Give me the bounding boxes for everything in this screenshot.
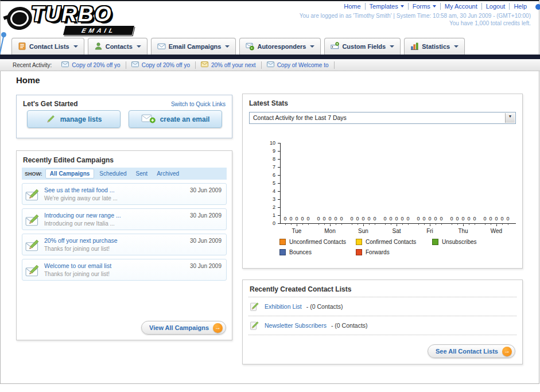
y-tick	[278, 151, 280, 152]
selected-option: Contact Activity for the Last 7 Days	[253, 114, 347, 121]
view-all-campaigns-button[interactable]: View All Campaigns	[141, 321, 226, 335]
legend-swatch	[356, 249, 362, 255]
contact-list-link[interactable]: Exhibition List	[265, 303, 302, 310]
y-tick	[278, 215, 280, 216]
value-tick	[485, 224, 485, 225]
value-tick	[369, 224, 370, 225]
contact-list-count: - (0 Contacts)	[331, 322, 368, 329]
x-axis-label: Thu	[449, 228, 477, 234]
nav-forms[interactable]: Forms	[409, 3, 441, 10]
y-tick	[278, 199, 280, 200]
switch-quick-links-link[interactable]: Switch to Quick Links	[171, 101, 226, 107]
tab-custom-fields[interactable]: Custom Fields	[324, 38, 401, 55]
tab-contacts[interactable]: Contacts	[88, 38, 147, 55]
x-axis-label: Sat	[382, 228, 411, 234]
value-tick	[441, 224, 442, 225]
activity-link: Copy of 20% off yo	[142, 62, 190, 68]
arrow-right-icon	[502, 347, 512, 356]
edit-campaign-icon	[25, 237, 41, 253]
campaign-subtitle: Thanks for joining our list!	[44, 271, 222, 277]
value-tick	[436, 224, 436, 225]
tab-statistics[interactable]: Statistics	[404, 38, 465, 55]
nav-my-account[interactable]: My Account	[441, 3, 482, 10]
chevron-down-icon	[137, 45, 141, 48]
manage-lists-button[interactable]: manage lists	[27, 110, 121, 128]
pencil-icon	[46, 114, 56, 125]
recent-activity-item-1[interactable]: Copy of 20% off yo	[56, 61, 126, 69]
campaign-item[interactable]: Welcome to our email list Thanks for joi…	[22, 259, 227, 281]
campaign-envelope-icon	[131, 61, 139, 68]
nav-templates[interactable]: Templates	[366, 3, 409, 10]
edit-list-icon	[250, 300, 260, 313]
y-axis-label: 10	[250, 140, 275, 146]
value-tick	[402, 224, 403, 225]
campaigns-panel-title: Recently Edited Campaigns	[17, 151, 232, 168]
recent-activity-item-2[interactable]: Copy of 20% off yo	[126, 61, 196, 69]
nav-home[interactable]: Home	[340, 3, 365, 10]
chevron-down-icon	[433, 5, 436, 7]
legend-item: Forwards	[356, 247, 432, 257]
value-tick	[375, 224, 375, 225]
value-tick	[324, 224, 325, 225]
top-navigation: Home Templates Forms My Account Logout H…	[340, 3, 531, 10]
value-label: 0	[338, 216, 345, 222]
value-tick	[318, 224, 319, 225]
campaign-item[interactable]: Introducing our new range ... Introducin…	[22, 208, 227, 230]
dropdown-arrow-icon[interactable]	[505, 113, 515, 123]
turbo-email-logo[interactable]: TURBO EMAIL	[7, 2, 162, 36]
nav-help[interactable]: Help	[510, 3, 531, 10]
value-label: 0	[504, 216, 511, 222]
campaign-item[interactable]: See us at the retail food ... We're givi…	[22, 183, 227, 205]
x-axis-label: Mon	[316, 228, 344, 234]
tab-contact-lists[interactable]: Contact Lists	[11, 38, 84, 55]
filter-sent[interactable]: Sent	[132, 169, 152, 178]
value-tick	[502, 224, 503, 225]
autoresponders-icon	[246, 42, 254, 52]
recent-activity-item-4[interactable]: Copy of Welcome to	[262, 61, 335, 69]
campaign-date: 30 Jun 2009	[190, 212, 222, 219]
filter-all-campaigns[interactable]: All Campaigns	[45, 169, 94, 178]
nav-label: Help	[514, 3, 527, 10]
create-email-button[interactable]: create an email	[129, 110, 222, 128]
chevron-down-icon	[73, 45, 78, 48]
filter-archived[interactable]: Archived	[153, 169, 183, 178]
login-info: You are logged in as 'Timothy Smith' | S…	[300, 12, 531, 27]
chart-legend: Unconfirmed Contacts Confirmed Contacts …	[279, 236, 510, 257]
legend-label: Forwards	[366, 249, 390, 255]
campaign-subtitle: Introducing our new Italia ...	[44, 220, 222, 227]
edit-campaign-icon	[25, 212, 41, 228]
y-tick	[278, 143, 280, 143]
tab-email-campaigns[interactable]: Email Campaigns	[151, 38, 236, 55]
tab-autoresponders[interactable]: Autoresponders	[239, 38, 321, 55]
contact-lists-panel-title: Recently Created Contact Lists	[248, 280, 516, 297]
recent-contact-lists-panel: Recently Created Contact Lists Exhibitio…	[242, 280, 523, 364]
email-campaigns-icon	[157, 42, 166, 52]
contact-list-link[interactable]: Newsletter Subscribers	[265, 322, 327, 329]
y-axis-line	[280, 143, 281, 224]
legend-item: Confirmed Contacts	[356, 236, 432, 247]
chevron-down-icon	[390, 45, 394, 48]
stats-activity-select[interactable]: Contact Activity for the Last 7 Days	[249, 112, 516, 124]
contact-lists-icon	[18, 42, 26, 52]
see-all-contact-lists-button[interactable]: See All Contact Lists	[428, 344, 515, 358]
nav-label: Templates	[370, 3, 398, 10]
main-menu-tabs: Contact Lists Contacts Email Campaigns A…	[11, 38, 465, 55]
credits-text: You have 1,000 total credits left.	[300, 20, 531, 27]
x-axis-label: Tue	[282, 228, 311, 234]
y-tick	[278, 223, 280, 224]
activity-link: Copy of Welcome to	[277, 62, 329, 68]
chevron-down-icon	[454, 45, 459, 48]
campaign-item[interactable]: 20% off your next purchase Thanks for jo…	[22, 234, 227, 255]
legend-item: Unsubscribes	[432, 236, 508, 247]
campaign-subtitle: Thanks for joining our list!	[44, 246, 222, 252]
recent-activity-item-3[interactable]: 20% off your next	[196, 61, 262, 69]
contact-list-count: - (0 Contacts)	[306, 303, 343, 310]
button-label: See All Contact Lists	[436, 348, 498, 355]
chevron-down-icon	[310, 45, 314, 48]
value-tick	[452, 224, 452, 225]
x-axis-label: Fri	[415, 228, 444, 234]
campaign-subtitle: We're giving away our late ...	[44, 195, 222, 201]
filter-scheduled[interactable]: Scheduled	[95, 169, 130, 178]
value-tick	[463, 224, 464, 225]
nav-logout[interactable]: Logout	[482, 3, 510, 10]
